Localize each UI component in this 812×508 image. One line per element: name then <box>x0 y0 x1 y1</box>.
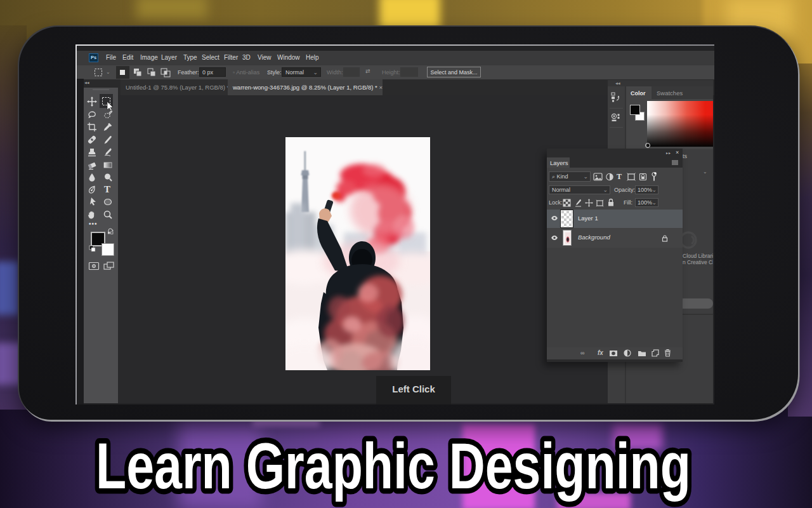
svg-text:Learn Graphic Designing: Learn Graphic Designing <box>96 430 691 502</box>
